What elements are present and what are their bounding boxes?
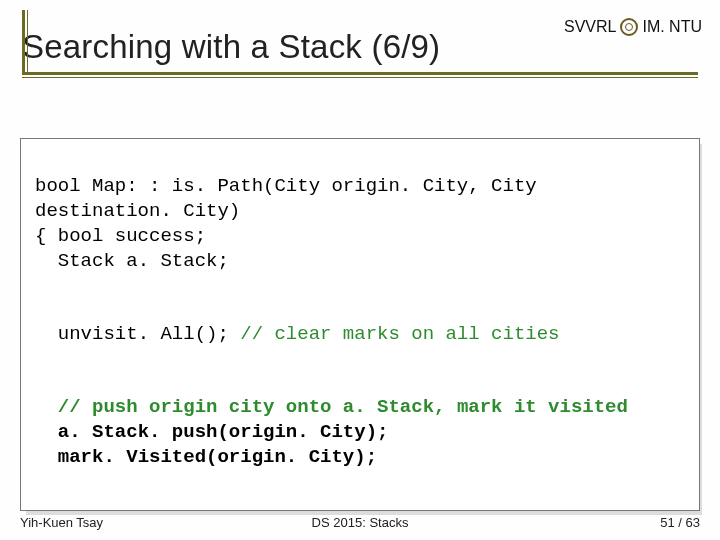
affiliation: SVVRL IM. NTU xyxy=(564,18,702,72)
code-line: Stack a. Stack; xyxy=(35,250,229,272)
affil-left: SVVRL xyxy=(564,18,616,36)
code-line: bool Map: : is. Path(City origin. City, … xyxy=(35,175,537,197)
code-line: { bool success; xyxy=(35,225,206,247)
page-current: 51 xyxy=(660,515,674,530)
footer-course: DS 2015: Stacks xyxy=(312,515,409,530)
code-content: bool Map: : is. Path(City origin. City, … xyxy=(20,138,700,511)
code-comment: // clear marks on all cities xyxy=(229,323,560,345)
code-line: a. Stack. push(origin. City); xyxy=(35,421,388,443)
code-block: bool Map: : is. Path(City origin. City, … xyxy=(20,138,700,511)
blank-line xyxy=(35,274,685,297)
header: Searching with a Stack (6/9) SVVRL IM. N… xyxy=(18,0,702,72)
footer-author: Yih-Kuen Tsay xyxy=(20,515,103,530)
code-call: unvisit. All(); xyxy=(35,323,229,345)
footer: Yih-Kuen Tsay DS 2015: Stacks 51 / 63 xyxy=(0,515,720,530)
blank-line xyxy=(35,347,685,370)
affil-right: IM. NTU xyxy=(642,18,702,36)
code-line: unvisit. All(); // clear marks on all ci… xyxy=(35,323,560,345)
code-comment: // push origin city onto a. Stack, mark … xyxy=(35,396,628,418)
slide-title: Searching with a Stack (6/9) xyxy=(18,28,440,72)
code-line: mark. Visited(origin. City); xyxy=(35,446,377,468)
footer-page: 51 / 63 xyxy=(660,515,700,530)
code-line: destination. City) xyxy=(35,200,240,222)
page-total: 63 xyxy=(686,515,700,530)
title-rule xyxy=(22,72,698,78)
title-rule-vertical xyxy=(22,10,28,72)
seal-icon xyxy=(620,18,638,36)
slide: Searching with a Stack (6/9) SVVRL IM. N… xyxy=(0,0,720,540)
page-sep: / xyxy=(675,515,686,530)
